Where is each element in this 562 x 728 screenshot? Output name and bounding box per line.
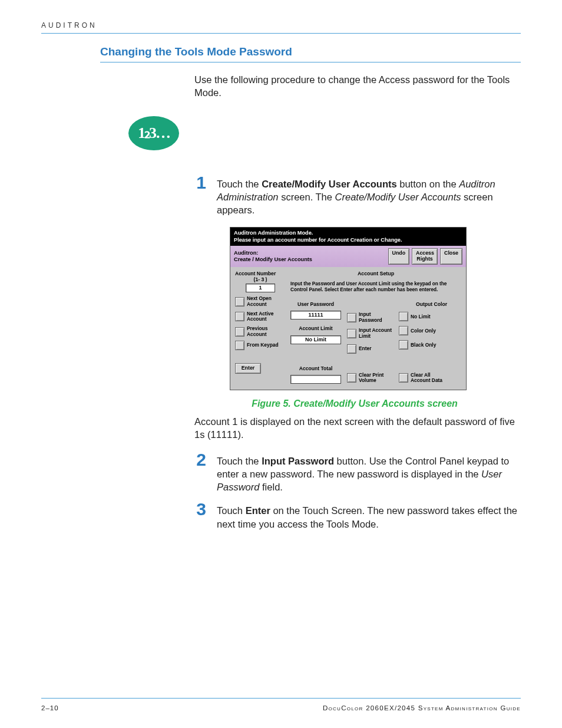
previous-account-button[interactable]: Previous Account [235, 326, 286, 337]
step-1: 1 Touch the Create/Modify User Accounts … [41, 174, 521, 217]
button-label: Input Password [359, 312, 393, 323]
page-number: 2–10 [41, 704, 59, 711]
color-only-button[interactable]: Color Only [399, 326, 447, 335]
user-password-label: User Password [290, 301, 341, 307]
after-figure-text: Account 1 is displayed on the next scree… [194, 415, 521, 442]
access-rights-button[interactable]: Access Rights [412, 248, 438, 264]
mode-banner: Auditron Administration Mode. Please inp… [230, 228, 466, 246]
button-label: Black Only [411, 342, 436, 348]
clear-all-account-data-button[interactable]: Clear All Account Data [399, 373, 447, 384]
figure-caption: Figure 5. Create/Modify User Accounts sc… [189, 398, 521, 409]
button-icon [347, 373, 356, 383]
button-icon [347, 329, 356, 338]
step-number: 1 [171, 174, 206, 192]
button-icon [399, 340, 408, 350]
button-label: Clear All Account Data [411, 373, 447, 384]
title-line: Create / Modify User Accounts [234, 256, 312, 263]
step-number: 2 [171, 451, 206, 469]
step-text: Touch [217, 505, 246, 516]
button-icon [399, 312, 408, 321]
right-column: Account Setup Input the Password and Use… [290, 271, 461, 384]
button-icon [235, 327, 244, 337]
title-line: Auditron: [234, 250, 312, 257]
step-number: 3 [171, 500, 206, 518]
title-bar: Auditron: Create / Modify User Accounts … [230, 246, 466, 266]
left-column: Account Number (1- 3 ) 1 Next Open Accou… [235, 271, 286, 384]
step-text: Touch the [217, 179, 262, 189]
book-title: DocuColor 2060EX/2045 System Administrat… [323, 704, 521, 711]
enter-button-center[interactable]: Enter [347, 344, 393, 354]
button-label: From Keypad [247, 342, 279, 348]
chapter-header: AUDITRON [41, 21, 521, 29]
button-label: No Limit [411, 314, 431, 320]
account-number-field[interactable]: 1 [246, 284, 275, 292]
section-rule [100, 62, 521, 62]
account-total-label: Account Total [290, 365, 341, 371]
account-limit-label: Account Limit [290, 325, 341, 331]
next-open-account-button[interactable]: Next Open Account [235, 296, 286, 307]
device-screenshot: Auditron Administration Mode. Please inp… [230, 227, 467, 390]
no-limit-button[interactable]: No Limit [399, 312, 447, 321]
clear-print-volume-button[interactable]: Clear Print Volume [347, 373, 393, 384]
step-body: Touch Enter on the Touch Screen. The new… [217, 504, 521, 531]
button-label: Next Active Account [247, 311, 286, 322]
step-bold: Input Password [262, 456, 334, 466]
page-footer: 2–10 DocuColor 2060EX/2045 System Admini… [41, 698, 521, 711]
button-icon [347, 313, 356, 322]
button-icon [235, 297, 244, 307]
output-color-label: Output Color [399, 301, 447, 307]
account-number-group: Account Number (1- 3 ) 1 [235, 271, 286, 293]
account-number-range: (1- 3 ) [235, 276, 286, 282]
banner-line: Auditron Administration Mode. [234, 230, 462, 237]
step-bold: Create/Modify User Accounts [262, 179, 397, 189]
step-text: screen. The [279, 192, 335, 202]
button-icon [399, 326, 408, 335]
undo-button[interactable]: Undo [388, 248, 409, 264]
close-button[interactable]: Close [440, 248, 462, 264]
step-bold: Enter [246, 505, 270, 516]
step-2: 2 Touch the Input Password button. Use t… [41, 451, 521, 494]
step-text: Touch the [217, 456, 262, 466]
title-text: Auditron: Create / Modify User Accounts [234, 250, 312, 263]
step-body: Touch the Create/Modify User Accounts bu… [217, 177, 521, 217]
button-icon [399, 373, 408, 383]
step-3: 3 Touch Enter on the Touch Screen. The n… [41, 500, 521, 531]
button-label: Previous Account [247, 326, 286, 337]
button-label: Next Open Account [247, 296, 286, 307]
intro-text: Use the following procedure to change th… [194, 73, 521, 100]
user-password-field[interactable]: 11111 [290, 311, 341, 319]
enter-button[interactable]: Enter [235, 363, 261, 374]
account-total-field [290, 375, 341, 384]
banner-line: Please input an account number for Accou… [234, 237, 462, 244]
step-text: field. [259, 482, 282, 492]
button-label: Color Only [411, 328, 436, 334]
step-body: Touch the Input Password button. Use the… [217, 454, 521, 494]
account-number-label: Account Number [235, 271, 286, 276]
button-label: Enter [359, 346, 371, 352]
button-icon [235, 312, 244, 321]
account-setup-heading: Account Setup [290, 271, 461, 276]
section-title: Changing the Tools Mode Password [100, 45, 521, 58]
step-text: button on the [397, 179, 459, 189]
input-password-button[interactable]: Input Password [347, 312, 393, 323]
next-active-account-button[interactable]: Next Active Account [235, 311, 286, 322]
chapter-rule [41, 33, 521, 34]
input-account-limit-button[interactable]: Input Account Limit [347, 328, 393, 339]
setup-instructions: Input the Password and User Account Limi… [290, 281, 461, 294]
button-icon [235, 341, 244, 350]
step-italic: Create/Modify User Accounts [335, 192, 461, 202]
numbered-steps-icon: 1₂3… [128, 116, 179, 150]
button-icon [347, 344, 356, 354]
account-limit-field[interactable]: No Limit [290, 335, 341, 344]
black-only-button[interactable]: Black Only [399, 340, 447, 350]
button-label: Clear Print Volume [359, 373, 393, 384]
button-label: Input Account Limit [359, 328, 393, 339]
from-keypad-button[interactable]: From Keypad [235, 341, 286, 350]
manual-page: AUDITRON Changing the Tools Mode Passwor… [0, 0, 562, 728]
footer-rule [41, 698, 521, 699]
